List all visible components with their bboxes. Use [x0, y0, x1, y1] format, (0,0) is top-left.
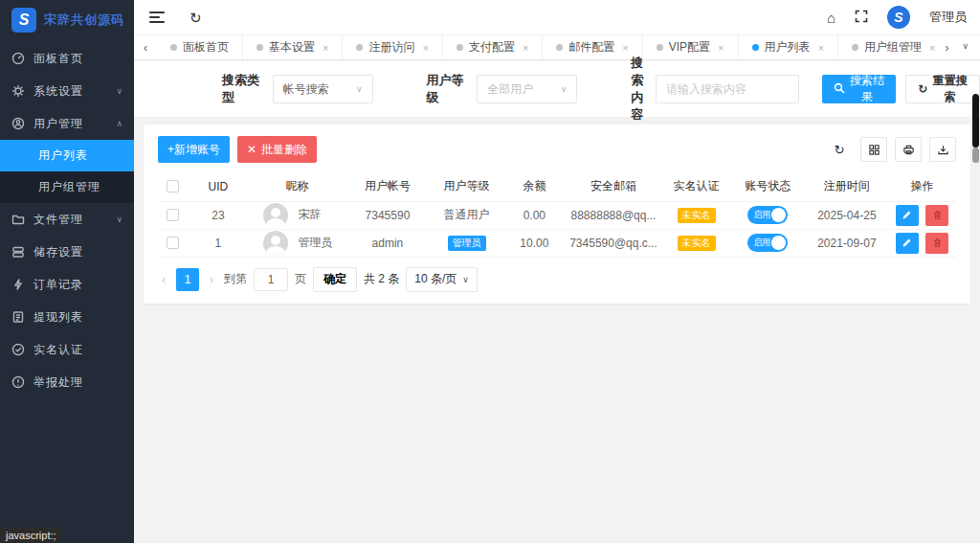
tab-payment-config[interactable]: 支付配置 ×	[443, 35, 543, 59]
goto-confirm-button[interactable]: 确定	[313, 267, 357, 292]
user-table: UID 昵称 用户帐号 用户等级 余额 安全邮箱 实名认证 账号状态 注册时间 …	[158, 172, 956, 258]
close-icon[interactable]: ×	[818, 42, 824, 54]
col-header-level: 用户等级	[429, 172, 504, 201]
refresh-icon[interactable]: ↻	[189, 11, 202, 25]
export-icon[interactable]	[929, 137, 956, 162]
button-label: 重置搜索	[932, 73, 968, 105]
verified-icon	[11, 343, 25, 356]
cell-regtime: 2025-04-25	[806, 201, 889, 229]
column-filter-icon[interactable]	[860, 137, 887, 162]
fullscreen-icon[interactable]	[855, 10, 868, 25]
scrollbar-thumb[interactable]	[972, 94, 979, 147]
sidebar-item-withdraw-list[interactable]: 提现列表	[0, 301, 134, 333]
tabs-scroll-left-icon[interactable]: ‹	[134, 41, 157, 55]
cell-nickname: 管理员	[298, 235, 332, 251]
sidebar-item-dashboard[interactable]: 面板首页	[0, 42, 134, 75]
search-button[interactable]: 搜索结果	[822, 75, 896, 103]
tabs-scroll-right-icon[interactable]: ›	[945, 41, 948, 55]
sidebar-menu: 面板首页 系统设置 ∨ 用户管理 ∧ 用户列表 用户组管理 文件管理 ∨	[0, 42, 134, 398]
delete-button[interactable]	[925, 233, 948, 254]
search-type-select[interactable]: 帐号搜索 ∨	[273, 75, 373, 103]
order-icon	[11, 278, 25, 291]
goto-prefix-label: 到第	[224, 271, 247, 287]
sidebar: S 宋辞共创源码 面板首页 系统设置 ∨ 用户管理 ∧ 用户列表 用户组管理	[0, 0, 134, 543]
sidebar-item-label: 实名认证	[33, 342, 122, 358]
goto-page-input[interactable]	[254, 268, 288, 291]
toggle-knob	[771, 236, 786, 250]
sidebar-item-label: 系统设置	[33, 83, 116, 100]
search-content-label: 搜索内容	[631, 55, 644, 124]
user-icon	[11, 117, 25, 130]
chevron-down-icon: ∨	[356, 84, 363, 94]
sidebar-item-user-management[interactable]: 用户管理 ∧	[0, 107, 134, 140]
close-icon[interactable]: ×	[718, 42, 724, 54]
search-type-label: 搜索类型	[222, 72, 261, 106]
close-icon[interactable]: ×	[323, 42, 328, 54]
tab-user-group[interactable]: 用户组管理 ×	[838, 35, 945, 59]
sidebar-item-file-management[interactable]: 文件管理 ∨	[0, 203, 134, 236]
search-input[interactable]	[656, 75, 799, 103]
close-icon[interactable]: ×	[523, 42, 528, 54]
tab-register-access[interactable]: 注册访问 ×	[343, 35, 442, 59]
tab-mail-config[interactable]: 邮件配置 ×	[543, 35, 642, 59]
select-all-checkbox[interactable]	[167, 180, 179, 192]
sidebar-item-label: 储存设置	[33, 244, 122, 260]
batch-delete-button[interactable]: ✕ 批量删除	[237, 136, 317, 163]
print-icon[interactable]	[895, 137, 922, 162]
page-number-current[interactable]: 1	[176, 268, 199, 291]
sidebar-item-storage-settings[interactable]: 储存设置	[0, 236, 134, 268]
scrollbar-track[interactable]	[972, 147, 979, 163]
edit-button[interactable]	[896, 205, 919, 226]
close-icon[interactable]: ×	[422, 42, 428, 54]
list-icon	[11, 310, 25, 324]
row-checkbox[interactable]	[167, 209, 179, 221]
username-label[interactable]: 管理员	[929, 9, 967, 26]
sidebar-item-order-records[interactable]: 订单记录	[0, 268, 134, 301]
total-count-label: 共 2 条	[364, 271, 399, 287]
cell-balance: 0.00	[504, 201, 565, 229]
sidebar-item-realname-auth[interactable]: 实名认证	[0, 333, 134, 366]
home-icon[interactable]: ⌂	[827, 11, 835, 25]
level-badge: 管理员	[448, 236, 486, 251]
add-account-button[interactable]: +新增账号	[158, 136, 230, 163]
page-size-select[interactable]: 10 条/页 ∨	[406, 267, 478, 292]
edit-button[interactable]	[896, 233, 919, 254]
menu-collapse-icon[interactable]	[149, 11, 165, 23]
user-level-label: 用户等级	[427, 72, 466, 106]
row-checkbox[interactable]	[167, 237, 179, 249]
prev-page-icon[interactable]: ‹	[158, 273, 169, 286]
sidebar-item-report-handling[interactable]: 举报处理	[0, 366, 134, 398]
sidebar-item-system-settings[interactable]: 系统设置 ∨	[0, 75, 134, 107]
tab-dot	[170, 44, 177, 51]
chevron-down-icon: ∨	[462, 275, 469, 284]
avatar	[263, 231, 288, 256]
close-icon[interactable]: ×	[929, 42, 935, 54]
tab-basic-settings[interactable]: 基本设置 ×	[243, 35, 343, 59]
user-avatar[interactable]: S	[887, 6, 910, 29]
tab-dot	[752, 44, 759, 51]
select-value: 10 条/页	[414, 271, 457, 287]
table-refresh-icon[interactable]: ↻	[826, 137, 853, 162]
status-toggle[interactable]: 启用	[747, 206, 788, 224]
app-logo[interactable]: S 宋辞共创源码	[0, 0, 134, 40]
next-page-icon[interactable]: ›	[206, 273, 217, 286]
tab-label: 用户列表	[765, 39, 811, 56]
goto-suffix-label: 页	[295, 271, 306, 287]
tabs-menu-icon[interactable]: ∨	[962, 41, 969, 55]
cell-nickname: 宋辞	[298, 207, 321, 223]
tab-dashboard[interactable]: 面板首页	[157, 35, 243, 59]
reset-search-button[interactable]: ↻ 重置搜索	[905, 75, 980, 103]
sidebar-item-user-list[interactable]: 用户列表	[0, 140, 134, 171]
user-level-select[interactable]: 全部用户 ∨	[477, 75, 577, 103]
sidebar-item-user-group[interactable]: 用户组管理	[0, 171, 134, 203]
delete-button[interactable]	[925, 205, 948, 226]
close-icon[interactable]: ×	[622, 42, 628, 54]
realname-badge: 未实名	[678, 208, 716, 223]
alert-icon	[11, 375, 25, 389]
cell-email: 7345590@qq.c...	[565, 229, 662, 257]
folder-icon	[11, 213, 25, 226]
tab-dot	[356, 44, 363, 51]
pagination: ‹ 1 › 到第 页 确定 共 2 条 10 条/页 ∨	[158, 267, 956, 292]
chevron-down-icon: ∨	[116, 86, 122, 96]
status-toggle[interactable]: 启用	[747, 234, 788, 252]
